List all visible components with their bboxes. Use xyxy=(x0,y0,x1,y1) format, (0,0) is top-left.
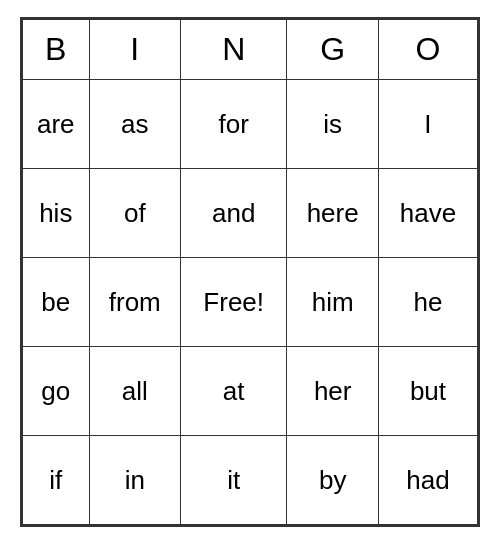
bingo-row-3: goallatherbut xyxy=(23,347,478,436)
bingo-cell-2-4: he xyxy=(378,258,477,347)
header-o: O xyxy=(378,20,477,80)
bingo-cell-1-1: of xyxy=(89,169,180,258)
bingo-row-1: hisofandherehave xyxy=(23,169,478,258)
header-b: B xyxy=(23,20,90,80)
bingo-cell-4-0: if xyxy=(23,436,90,525)
bingo-cell-4-1: in xyxy=(89,436,180,525)
header-g: G xyxy=(287,20,379,80)
bingo-cell-1-2: and xyxy=(181,169,287,258)
bingo-cell-4-2: it xyxy=(181,436,287,525)
bingo-row-2: befromFree!himhe xyxy=(23,258,478,347)
header-row: BINGO xyxy=(23,20,478,80)
bingo-cell-1-0: his xyxy=(23,169,90,258)
bingo-cell-0-4: I xyxy=(378,80,477,169)
bingo-cell-3-0: go xyxy=(23,347,90,436)
bingo-cell-2-3: him xyxy=(287,258,379,347)
bingo-cell-3-2: at xyxy=(181,347,287,436)
bingo-cell-0-2: for xyxy=(181,80,287,169)
bingo-cell-3-4: but xyxy=(378,347,477,436)
bingo-row-4: ifinitbyhad xyxy=(23,436,478,525)
bingo-row-0: areasforisI xyxy=(23,80,478,169)
bingo-cell-4-4: had xyxy=(378,436,477,525)
bingo-cell-3-1: all xyxy=(89,347,180,436)
header-n: N xyxy=(181,20,287,80)
bingo-table: BINGO areasforisIhisofandherehavebefromF… xyxy=(22,19,478,525)
bingo-cell-2-1: from xyxy=(89,258,180,347)
bingo-cell-3-3: her xyxy=(287,347,379,436)
bingo-cell-2-0: be xyxy=(23,258,90,347)
bingo-cell-0-3: is xyxy=(287,80,379,169)
bingo-cell-0-0: are xyxy=(23,80,90,169)
bingo-card: BINGO areasforisIhisofandherehavebefromF… xyxy=(20,17,480,527)
bingo-cell-1-3: here xyxy=(287,169,379,258)
bingo-cell-1-4: have xyxy=(378,169,477,258)
bingo-cell-2-2: Free! xyxy=(181,258,287,347)
bingo-body: areasforisIhisofandherehavebefromFree!hi… xyxy=(23,80,478,525)
bingo-cell-4-3: by xyxy=(287,436,379,525)
bingo-cell-0-1: as xyxy=(89,80,180,169)
header-i: I xyxy=(89,20,180,80)
